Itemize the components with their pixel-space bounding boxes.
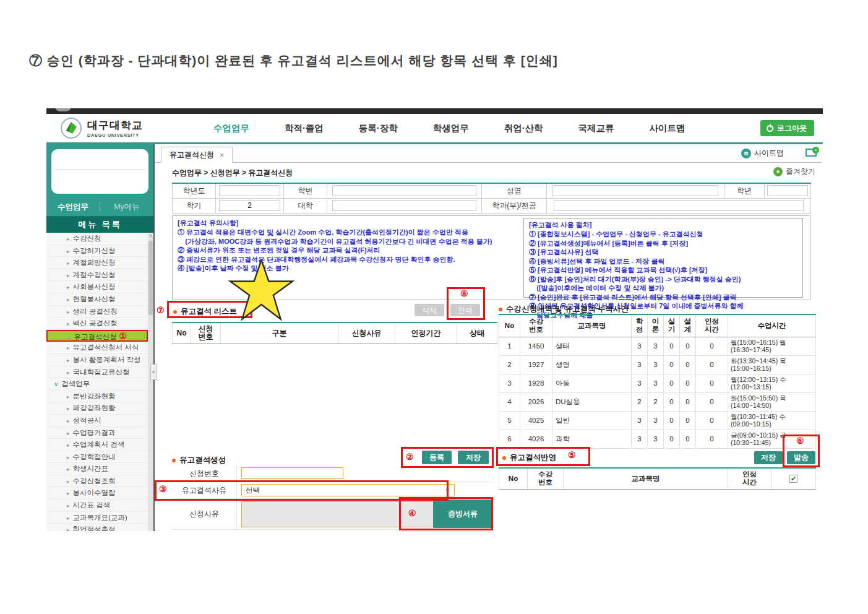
sidebar-item-course-outline[interactable]: ▸교과목개요(교과) bbox=[46, 512, 148, 524]
sitemap-button[interactable]: ▦ 사이트맵 bbox=[741, 148, 784, 158]
university-emblem-icon bbox=[60, 117, 82, 139]
power-icon bbox=[767, 125, 773, 132]
sidebar-item-domestic-credit[interactable]: ▸국내학점교류신청 bbox=[46, 366, 148, 379]
sidebar-group-search[interactable]: ∨검색업무 bbox=[46, 378, 148, 391]
college-input[interactable] bbox=[332, 200, 476, 211]
apply-save-button[interactable]: 저장 bbox=[754, 451, 783, 464]
tab-absence-apply[interactable]: 유고결석신청 × bbox=[161, 147, 233, 163]
sidebar-tab-mymenu[interactable]: My메뉴 bbox=[100, 202, 153, 212]
logout-label: 로그아웃 bbox=[777, 123, 807, 134]
create-section-title: 유고결석생성 bbox=[172, 454, 226, 465]
sidebar-item-syllabus-search[interactable]: ▸수업계획서 검색 bbox=[46, 439, 148, 451]
label-major: 학과(부)/전공 bbox=[482, 198, 547, 213]
sidebar-item-enroll-lookup[interactable]: ▸수강신청조회 bbox=[46, 475, 148, 488]
scroll-thumb[interactable] bbox=[148, 241, 153, 315]
sidebar-collapse-handle[interactable]: < bbox=[150, 364, 157, 380]
scroll-up-icon[interactable]: ∧ bbox=[148, 233, 153, 240]
nav-item-records[interactable]: 학적·졸업 bbox=[285, 123, 324, 134]
main-nav: 수업업무 학적·졸업 등록·장학 학생업무 취업·산학 국제교류 사이트맵 bbox=[213, 123, 685, 134]
table-row: 64026과학33000금(09:00~10:15) 금(10:30~11:45… bbox=[499, 430, 816, 448]
close-all-windows-icon[interactable]: × bbox=[806, 149, 817, 157]
arrow-icon: ▸ bbox=[67, 260, 70, 266]
sidebar-item-eval-result[interactable]: ▸수업평가결과 bbox=[46, 427, 148, 439]
table-row: 42026DU실용22000화(15:00~15:50) 목(14:00~14:… bbox=[499, 392, 816, 411]
grade-input[interactable] bbox=[767, 185, 807, 196]
nav-item-career[interactable]: 취업·산학 bbox=[504, 123, 543, 134]
delete-button[interactable]: 삭제 bbox=[415, 304, 444, 316]
arrow-icon: ▸ bbox=[67, 272, 70, 279]
sidebar-item-closed-status[interactable]: ▸폐강강좌현황 bbox=[46, 402, 148, 415]
sidebar-item-timetable-search[interactable]: ▸시간표 검색 bbox=[46, 499, 148, 512]
apply-no-input[interactable] bbox=[241, 467, 343, 479]
arrow-icon: ▸ bbox=[67, 345, 70, 351]
label-grade: 학년 bbox=[724, 183, 765, 198]
notice-precautions-title: [유고결석 유의사항] bbox=[178, 218, 519, 228]
sidebar: 수업업무 My메뉴 메뉴 목록 ▸수강신청 ▸수강허가신청 ▸계절희망신청 ▸계… bbox=[46, 144, 155, 531]
annotation-1: ① bbox=[119, 331, 127, 341]
sidebar-item-seasonal-hope[interactable]: ▸계절희망신청 bbox=[46, 257, 148, 269]
label-college: 대학 bbox=[284, 198, 327, 213]
sidebar-item-vaccine-absence[interactable]: ▸백신 공결신청 bbox=[46, 318, 148, 330]
semester-input[interactable] bbox=[219, 200, 280, 211]
sidebar-item-course-permit[interactable]: ▸수강허가신청 bbox=[46, 245, 148, 257]
label-name: 성명 bbox=[482, 183, 547, 198]
nav-item-international[interactable]: 국제교류 bbox=[578, 123, 614, 134]
nav-item-sitemap[interactable]: 사이트맵 bbox=[650, 123, 685, 134]
sidebar-item-absence-form[interactable]: ▸유고결석신청서 서식 bbox=[46, 342, 148, 354]
sidebar-item-blood-service[interactable]: ▸헌혈봉사신청 bbox=[46, 293, 148, 306]
table-row: 54025일반33000월(10:30~11:45) 수(09:00~10:15… bbox=[499, 411, 816, 430]
major-input[interactable] bbox=[554, 200, 803, 211]
nav-item-registration[interactable]: 등록·장학 bbox=[359, 123, 398, 134]
enrollment-table: No수강 번호교과목명학 점이 론실 기설 계인정 시간수업시간 11450생태… bbox=[499, 314, 816, 449]
sidebar-item-seasonal-course[interactable]: ▸계절수강신청 bbox=[46, 269, 148, 282]
arrow-icon: ▸ bbox=[67, 394, 70, 400]
table-row: 21927생명33000화(13:30~14:45) 목(15:00~16:15… bbox=[499, 355, 816, 374]
arrow-icon: ▸ bbox=[67, 515, 70, 521]
tabbar: 유고결석신청 × ▦ 사이트맵 × bbox=[155, 144, 822, 163]
sidebar-item-grade-post[interactable]: ▸성적공시 bbox=[46, 415, 148, 427]
select-all-checkbox[interactable]: ✔ bbox=[789, 475, 797, 483]
breadcrumb-row: 수업업무 > 신청업무 > 유고결석신청 ★ 즐겨찾기 bbox=[155, 163, 822, 180]
sidebar-item-absence-apply[interactable]: ▸유고결석신청① bbox=[46, 330, 148, 342]
favorite-button[interactable]: ★ 즐겨찾기 bbox=[773, 166, 815, 177]
sidebar-item-timetable[interactable]: ▸학생시간표 bbox=[46, 463, 148, 475]
sidebar-item-service-plan[interactable]: ▸봉사 활동계획서 작성 bbox=[46, 354, 148, 366]
evidence-redbox bbox=[399, 497, 493, 530]
absence-list-table: No 신청 번호 구분 신청사유 인정기간 상태 bbox=[172, 322, 497, 344]
sidebar-item-menstrual-absence[interactable]: ▸생리 공결신청 bbox=[46, 306, 148, 318]
sidebar-item-credit-guide[interactable]: ▸수강학점안내 bbox=[46, 451, 148, 464]
label-year: 학년도 bbox=[173, 183, 216, 198]
create-buttons-redbox bbox=[401, 447, 494, 468]
sidebar-item-service-view[interactable]: ▸봉사이수열람 bbox=[46, 487, 148, 499]
nav-item-classwork[interactable]: 수업업무 bbox=[213, 123, 249, 134]
nav-item-student[interactable]: 학생업무 bbox=[433, 123, 469, 134]
bullet-icon bbox=[172, 459, 176, 462]
logout-button[interactable]: 로그아웃 bbox=[760, 120, 814, 136]
university-logo: 대구대학교 DAEGU UNIVERSITY bbox=[60, 117, 184, 139]
arrow-icon: ▸ bbox=[67, 370, 70, 376]
sidebar-item-aptitude[interactable]: ▸취업적성측정 bbox=[46, 524, 148, 531]
arrow-icon: ▸ bbox=[67, 430, 70, 436]
student-info-form: 학년도 학번 성명 학년 학기 대학 학과(부)/전공 bbox=[172, 183, 811, 214]
topbar-blob bbox=[55, 108, 71, 111]
label-semester: 학기 bbox=[173, 198, 216, 213]
sidebar-item-class-status[interactable]: ▸분반강좌현황 bbox=[46, 391, 148, 403]
notice-procedure-title: [유고결석 사용 절차] bbox=[529, 220, 797, 230]
breadcrumb: 수업업무 > 신청업무 > 유고결석신청 bbox=[172, 168, 293, 178]
sidebar-item-course-apply[interactable]: ▸수강신청 bbox=[46, 233, 148, 245]
bullet-icon bbox=[499, 308, 502, 311]
favorite-star-icon: ★ bbox=[773, 167, 783, 176]
year-input[interactable] bbox=[219, 185, 280, 196]
apply-no-row: 신청번호 bbox=[172, 465, 494, 482]
sidebar-tab-classwork[interactable]: 수업업무 bbox=[46, 202, 100, 212]
tab-close-icon[interactable]: × bbox=[220, 151, 224, 160]
arrow-icon: ▸ bbox=[67, 478, 70, 485]
student-no-input[interactable] bbox=[332, 185, 476, 196]
sidebar-item-social-service[interactable]: ▸사회봉사신청 bbox=[46, 281, 148, 293]
arrow-icon: ▸ bbox=[67, 321, 70, 327]
arrow-icon: ▸ bbox=[67, 503, 70, 509]
sidebar-scrollbar[interactable]: ∧ bbox=[148, 233, 153, 531]
name-input[interactable] bbox=[552, 185, 719, 196]
menu-list-title: 메뉴 목록 bbox=[46, 216, 153, 233]
arrow-icon: ▸ bbox=[67, 454, 70, 460]
